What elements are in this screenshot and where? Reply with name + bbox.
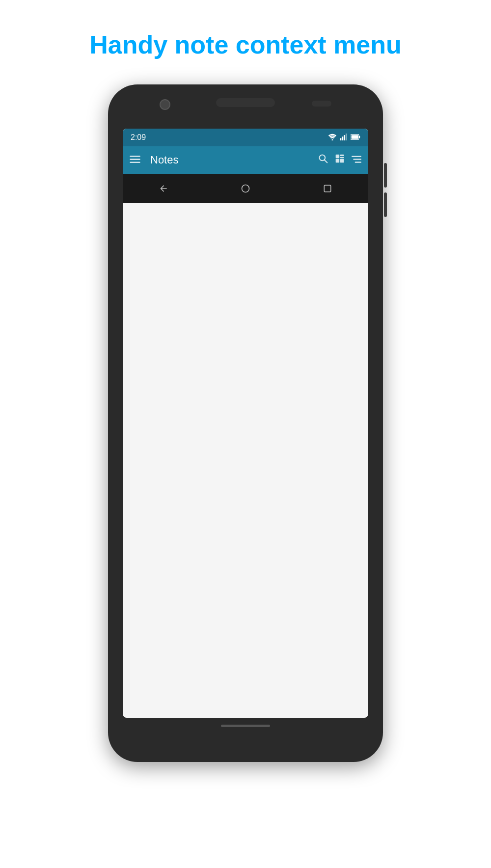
status-bar: 2:09 [123, 129, 368, 146]
phone-nav-bar [123, 174, 368, 203]
search-icon[interactable] [318, 154, 328, 166]
svg-point-0 [332, 139, 333, 140]
app-toolbar: Notes [123, 146, 368, 174]
page-title: Handy note context menu [89, 29, 402, 60]
svg-rect-1 [340, 138, 341, 140]
svg-rect-10 [130, 162, 140, 163]
svg-rect-15 [340, 157, 344, 159]
phone-screen: 2:09 [123, 129, 368, 718]
svg-rect-14 [340, 155, 344, 156]
svg-rect-3 [344, 135, 345, 140]
vol-up-button [384, 163, 387, 188]
speaker [216, 98, 275, 107]
svg-rect-7 [352, 135, 358, 139]
svg-rect-32 [324, 186, 331, 192]
grid-icon[interactable] [335, 154, 345, 166]
svg-rect-6 [359, 136, 360, 138]
phone-top [108, 84, 383, 129]
svg-line-12 [325, 160, 327, 163]
svg-rect-20 [355, 162, 361, 163]
svg-rect-19 [353, 159, 361, 161]
vol-down-button [384, 192, 387, 217]
recent-button[interactable] [318, 179, 337, 198]
home-indicator [221, 725, 270, 727]
back-button[interactable] [154, 179, 173, 198]
sort-icon[interactable] [352, 154, 361, 166]
wifi-icon [328, 134, 337, 142]
svg-rect-8 [130, 156, 140, 157]
svg-rect-17 [340, 159, 344, 163]
status-icons [328, 134, 360, 142]
svg-rect-18 [352, 156, 361, 158]
status-time: 2:09 [131, 133, 146, 142]
svg-rect-4 [346, 134, 347, 140]
phone-bottom [108, 718, 383, 762]
battery-icon [351, 134, 360, 142]
svg-rect-9 [130, 159, 140, 161]
signal-icon [340, 134, 348, 142]
svg-point-31 [242, 185, 249, 192]
svg-rect-16 [336, 159, 340, 163]
front-camera [160, 99, 170, 110]
menu-icon[interactable] [130, 154, 140, 166]
svg-rect-2 [342, 136, 343, 140]
svg-rect-13 [336, 155, 340, 159]
phone-shell: 2:09 [108, 84, 383, 762]
toolbar-title: Notes [150, 154, 311, 166]
front-sensor [312, 101, 331, 107]
home-button[interactable] [236, 179, 255, 198]
